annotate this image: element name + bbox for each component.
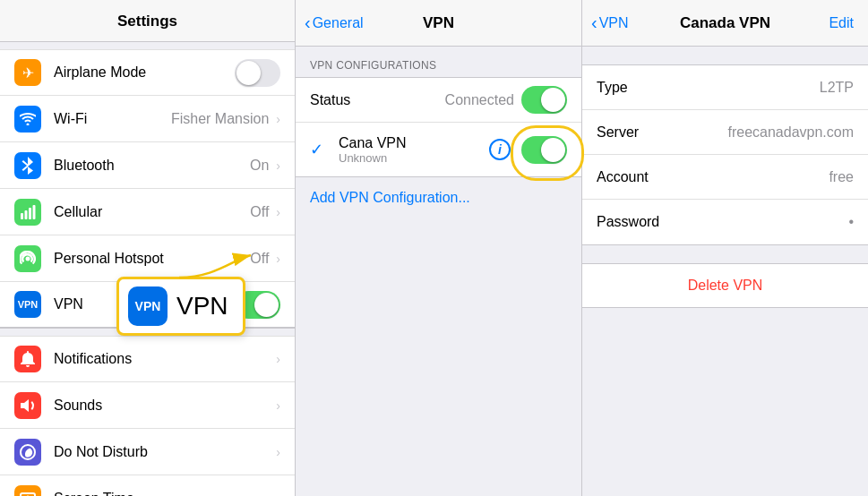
wifi-icon: [14, 106, 41, 133]
airplane-mode-toggle[interactable]: [235, 59, 280, 87]
settings-item-do-not-disturb[interactable]: Do Not Disturb ›: [0, 429, 295, 475]
svg-rect-1: [25, 210, 28, 219]
settings-list: ✈ Airplane Mode Wi-Fi Fisher Mansion › B…: [0, 42, 295, 496]
do-not-disturb-label: Do Not Disturb: [54, 444, 274, 460]
settings-item-screen-time[interactable]: Screen Time ›: [0, 475, 295, 496]
vpn-status-value: Connected: [445, 92, 514, 108]
detail-list: Type L2TP Server freecanadavpn.com Accou…: [582, 64, 868, 245]
wifi-value: Fisher Mansion: [171, 111, 269, 127]
bluetooth-label: Bluetooth: [54, 158, 250, 174]
wifi-label: Wi-Fi: [54, 111, 171, 127]
svg-rect-3: [33, 205, 36, 219]
settings-item-sounds[interactable]: Sounds ›: [0, 382, 295, 429]
vpn-highlight-icon: VPN: [128, 286, 168, 326]
svg-rect-0: [21, 213, 23, 219]
detail-back-label: VPN: [599, 15, 629, 31]
vpn-entry-row[interactable]: ✓ Cana VPN Unknown i: [296, 123, 581, 176]
cellular-value: Off: [250, 204, 269, 220]
vpn-panel-title: VPN: [423, 14, 454, 32]
settings-item-notifications[interactable]: Notifications ›: [0, 336, 295, 382]
screen-time-chevron: ›: [276, 492, 280, 497]
detail-row-type: Type L2TP: [582, 65, 868, 110]
bluetooth-icon: [14, 152, 41, 179]
notifications-label: Notifications: [54, 351, 274, 367]
back-chevron-icon: ‹: [305, 13, 311, 33]
vpn-back-button[interactable]: ‹ General: [305, 13, 364, 33]
vpn-entry-info: Cana VPN Unknown: [339, 135, 489, 165]
vpn-status-toggle[interactable]: [521, 86, 567, 114]
settings-item-wifi[interactable]: Wi-Fi Fisher Mansion ›: [0, 96, 295, 142]
do-not-disturb-icon: [14, 439, 41, 466]
vpn-highlight-label: VPN: [176, 292, 228, 321]
airplane-mode-label: Airplane Mode: [54, 64, 235, 81]
detail-panel-title: Canada VPN: [597, 14, 854, 32]
vpn-status-label: Status: [310, 92, 445, 108]
hotspot-chevron: ›: [276, 252, 280, 266]
settings-item-bluetooth[interactable]: Bluetooth On ›: [0, 142, 295, 189]
cellular-icon: [14, 199, 41, 226]
hotspot-value: Off: [250, 251, 269, 267]
sounds-label: Sounds: [54, 398, 274, 414]
detail-panel: ‹ VPN Canada VPN Edit Type L2TP Server f…: [582, 0, 868, 496]
account-value: free: [829, 169, 854, 185]
vpn-panel: ‹ General VPN VPN CONFIGURATIONS Status …: [296, 0, 582, 496]
svg-rect-2: [29, 208, 31, 219]
edit-button[interactable]: Edit: [829, 15, 854, 31]
detail-back-button[interactable]: ‹ VPN: [591, 13, 629, 33]
notifications-icon: [14, 346, 41, 372]
vpn-entry-name: Cana VPN: [339, 135, 489, 151]
cellular-label: Cellular: [54, 204, 250, 220]
airplane-mode-icon: ✈: [14, 59, 41, 86]
add-vpn-button[interactable]: Add VPN Configuration...: [296, 177, 581, 218]
settings-item-vpn[interactable]: VPN VPN VPN VPN: [0, 282, 295, 329]
detail-row-account: Account free: [582, 155, 868, 200]
settings-title: Settings: [117, 13, 177, 30]
password-value: •: [848, 214, 854, 230]
vpn-section-header: VPN CONFIGURATIONS: [296, 47, 581, 77]
do-not-disturb-chevron: ›: [276, 445, 280, 459]
type-label: Type: [597, 80, 820, 96]
settings-column: Settings ✈ Airplane Mode Wi-Fi Fisher Ma…: [0, 0, 296, 496]
bluetooth-value: On: [250, 158, 269, 174]
bluetooth-chevron: ›: [276, 158, 280, 173]
vpn-icon: VPN: [14, 291, 41, 318]
account-label: Account: [597, 169, 829, 185]
hotspot-label: Personal Hotspot: [54, 251, 250, 267]
svg-point-4: [26, 256, 30, 261]
password-label: Password: [597, 214, 848, 230]
screen-time-label: Screen Time: [54, 491, 274, 497]
vpn-status-row: Status Connected: [296, 78, 581, 123]
screen-time-icon: [14, 485, 41, 497]
delete-vpn-label: Delete VPN: [688, 278, 763, 294]
hotspot-icon: [14, 245, 41, 272]
vpn-entry-toggle[interactable]: [521, 136, 567, 164]
detail-back-chevron-icon: ‹: [591, 13, 597, 33]
sounds-chevron: ›: [276, 398, 280, 413]
notifications-chevron: ›: [276, 352, 280, 366]
settings-header: Settings: [0, 0, 295, 42]
vpn-back-label: General: [313, 15, 364, 31]
detail-row-server: Server freecanadavpn.com: [582, 110, 868, 155]
vpn-info-button[interactable]: i: [489, 139, 511, 160]
vpn-panel-header: ‹ General VPN: [296, 0, 581, 47]
settings-item-cellular[interactable]: Cellular Off ›: [0, 189, 295, 235]
vpn-config-list: Status Connected ✓ Cana VPN Unknown i: [296, 77, 581, 177]
cellular-chevron: ›: [276, 205, 280, 219]
server-value: freecanadavpn.com: [727, 124, 854, 141]
detail-panel-header: ‹ VPN Canada VPN Edit: [582, 0, 868, 47]
settings-item-personal-hotspot[interactable]: Personal Hotspot Off ›: [0, 235, 295, 282]
detail-row-password: Password •: [582, 200, 868, 244]
server-label: Server: [597, 124, 727, 141]
wifi-chevron: ›: [276, 112, 280, 126]
delete-vpn-button[interactable]: Delete VPN: [582, 263, 868, 308]
vpn-entry-status: Unknown: [339, 151, 489, 165]
type-value: L2TP: [820, 80, 854, 96]
vpn-highlight-callout: VPN VPN: [116, 277, 245, 336]
sounds-icon: [14, 392, 41, 419]
vpn-entry-checkmark: ✓: [310, 140, 328, 159]
settings-item-airplane-mode[interactable]: ✈ Airplane Mode: [0, 49, 295, 96]
